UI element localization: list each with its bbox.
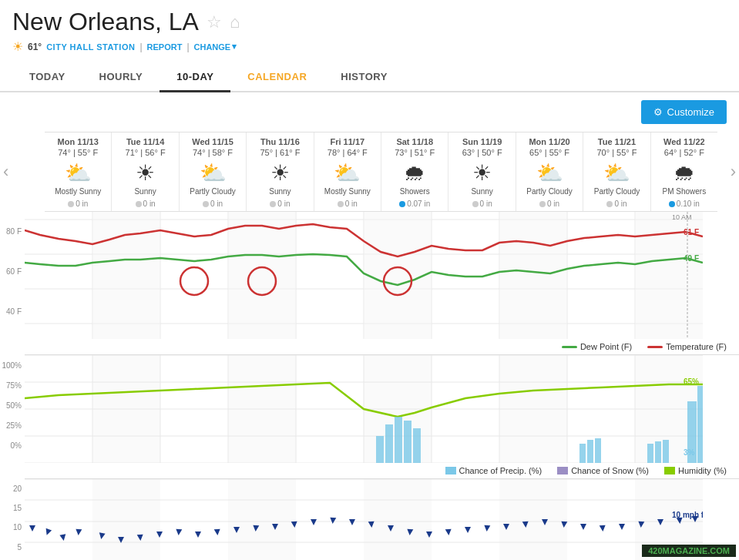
weather-icon-1: ☀ [115, 160, 175, 186]
weather-icon-6: ☀ [452, 160, 512, 186]
precip-dot-4 [338, 201, 344, 207]
day-col-6[interactable]: Sun 11/19 63° | 50° F ☀ Sunny 0 in [448, 132, 516, 211]
wind-svg-wrapper: 10 mph from N [25, 479, 739, 560]
precip-dot-2 [203, 201, 209, 207]
svg-marker-78 [195, 531, 201, 538]
precip-3: 0 in [250, 200, 310, 208]
svg-rect-15 [364, 212, 432, 339]
weather-desc-8: Partly Cloudy [586, 187, 647, 196]
sun-icon: ☀ [12, 39, 23, 54]
day-temps-7: 65° | 55° F [519, 148, 579, 157]
svg-rect-59 [92, 479, 160, 560]
weather-icon-9: 🌧 [654, 160, 714, 186]
weather-icon-8: ⛅ [586, 160, 647, 186]
day-temps-6: 63° | 50° F [452, 148, 512, 157]
temp-chart-section: 80 F 60 F 40 F [25, 212, 739, 354]
station-name[interactable]: CITY HALL STATION [46, 42, 135, 52]
precip-chart-svg: 65% 3% [25, 355, 703, 463]
svg-text:49 F: 49 F [684, 254, 699, 263]
customize-button[interactable]: ⚙ Customize [641, 100, 727, 124]
weather-desc-9: PM Showers [654, 187, 714, 196]
svg-rect-62 [499, 479, 567, 560]
svg-rect-50 [587, 440, 593, 463]
nav-right-arrow[interactable]: › [731, 162, 736, 182]
svg-text:10 AM: 10 AM [672, 213, 692, 221]
day-temps-5: 73° | 51° F [385, 148, 445, 157]
svg-rect-60 [228, 479, 296, 560]
ten-day-wrapper: ‹ Mon 11/13 74° | 55° F ⛅ Mostly Sunny 0… [0, 132, 739, 212]
star-empty-icon[interactable]: ☆ [207, 12, 222, 32]
precip-chart-section: 100% 75% 50% 25% 0% [25, 354, 739, 478]
chevron-down-icon: ▾ [232, 42, 237, 52]
day-temps-2: 74° | 58° F [183, 148, 243, 157]
wind-chart-svg: 10 mph from N [25, 479, 703, 560]
temp-chart-svg: 61 F 49 F 10 AM [25, 212, 703, 339]
city-name: New Orleans, LA [12, 8, 199, 36]
tab-calendar[interactable]: CALENDAR [230, 63, 324, 92]
svg-rect-53 [655, 441, 661, 463]
precip-legend: Chance of Precip. (%) [445, 466, 542, 475]
weather-desc-4: Mostly Sunny [317, 187, 378, 196]
snow-legend-box [557, 467, 568, 474]
precip-svg-wrapper: 65% 3% [25, 355, 739, 463]
precip-2: 0 in [183, 200, 243, 208]
svg-marker-85 [330, 518, 337, 525]
svg-marker-100 [619, 524, 625, 530]
day-col-8[interactable]: Tue 11/21 70° | 55° F ⛅ Partly Cloudy 0 … [583, 132, 650, 211]
tab-today[interactable]: TODAY [12, 63, 82, 92]
day-col-4[interactable]: Fri 11/17 78° | 64° F ⛅ Mostly Sunny 0 i… [314, 132, 381, 211]
svg-text:10 mph from N: 10 mph from N [672, 511, 703, 519]
svg-rect-13 [92, 212, 160, 339]
svg-rect-45 [385, 424, 393, 463]
star-filled-icon[interactable]: ⌂ [230, 12, 240, 32]
wind-y-labels: 20 15 10 5 0 [0, 479, 25, 560]
svg-marker-91 [445, 529, 452, 536]
nav-left-arrow[interactable]: ‹ [3, 162, 8, 182]
temp-chart-legend: Dew Point (F) Temperature (F) [25, 339, 739, 354]
day-col-7[interactable]: Mon 11/20 65° | 55° F ⛅ Partly Cloudy 0 … [516, 132, 583, 211]
svg-rect-46 [395, 417, 402, 463]
day-col-5[interactable]: Sat 11/18 73° | 51° F 🌧 Showers 0.07 in [381, 132, 448, 211]
day-col-9[interactable]: Wed 11/22 64° | 52° F 🌧 PM Showers 0.10 … [651, 132, 717, 211]
day-col-3[interactable]: Thu 11/16 75° | 61° F ☀ Sunny 0 in [247, 132, 314, 211]
weather-icon-4: ⛅ [317, 160, 378, 186]
report-link[interactable]: REPORT [147, 42, 183, 52]
precip-8: 0 in [586, 200, 647, 208]
precip-y-labels: 100% 75% 50% 25% 0% [0, 355, 25, 455]
day-col-1[interactable]: Tue 11/14 71° | 56° F ☀ Sunny 0 in [112, 132, 179, 211]
svg-marker-79 [214, 529, 221, 536]
day-header-5: Sat 11/18 [385, 137, 445, 146]
day-header-4: Fri 11/17 [317, 137, 378, 146]
temp-legend-line [647, 346, 663, 348]
change-link[interactable]: CHANGE ▾ [194, 42, 237, 52]
day-header-7: Mon 11/20 [519, 137, 579, 146]
tab-hourly[interactable]: HOURLY [82, 63, 160, 92]
precip-dot-1 [136, 201, 142, 207]
gear-icon: ⚙ [653, 106, 663, 118]
temp-legend: Temperature (F) [647, 342, 727, 351]
svg-rect-61 [364, 479, 432, 560]
precip-chart-legend: Chance of Precip. (%) Chance of Snow (%)… [25, 463, 739, 478]
day-header-1: Tue 11/14 [115, 137, 175, 146]
svg-text:3%: 3% [684, 448, 695, 457]
precip-9: 0.10 in [654, 200, 714, 208]
day-temps-8: 70° | 55° F [586, 148, 647, 157]
precip-4: 0 in [317, 200, 378, 208]
weather-icon-2: ⛅ [183, 160, 243, 186]
weather-desc-6: Sunny [452, 187, 512, 196]
day-col-2[interactable]: Wed 11/15 74° | 58° F ⛅ Partly Cloudy 0 … [180, 132, 247, 211]
weather-desc-7: Partly Cloudy [519, 187, 579, 196]
tab-history[interactable]: HISTORY [324, 63, 405, 92]
day-col-0[interactable]: Mon 11/13 74° | 55° F ⛅ Mostly Sunny 0 i… [45, 132, 112, 211]
day-temps-9: 64° | 52° F [654, 148, 714, 157]
precip-dot-8 [606, 201, 613, 207]
humidity-legend-box [664, 467, 675, 474]
svg-rect-16 [499, 212, 567, 339]
day-temps-3: 75° | 61° F [250, 148, 310, 157]
svg-marker-70 [44, 528, 52, 536]
precip-legend-box [445, 467, 456, 474]
tab-10day[interactable]: 10-DAY [160, 63, 230, 92]
svg-marker-92 [465, 527, 471, 533]
snow-legend: Chance of Snow (%) [557, 466, 649, 475]
svg-marker-93 [484, 525, 491, 532]
